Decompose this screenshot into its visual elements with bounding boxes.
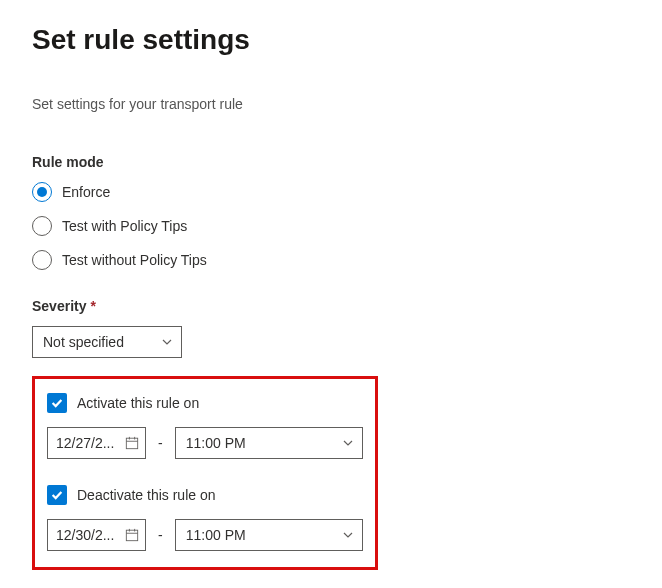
radio-test-without-tips[interactable]: Test without Policy Tips (32, 250, 630, 270)
deactivate-date-input[interactable]: 12/30/2... (47, 519, 146, 551)
chevron-down-icon (161, 336, 173, 348)
activate-time-value: 11:00 PM (186, 435, 246, 451)
checkbox-checked-icon (47, 485, 67, 505)
radio-test-with-tips[interactable]: Test with Policy Tips (32, 216, 630, 236)
chevron-down-icon (342, 437, 354, 449)
activate-checkbox-row[interactable]: Activate this rule on (47, 393, 363, 413)
deactivate-checkbox-row[interactable]: Deactivate this rule on (47, 485, 363, 505)
svg-rect-4 (126, 530, 137, 541)
activate-date-value: 12/27/2... (56, 435, 114, 451)
radio-enforce[interactable]: Enforce (32, 182, 630, 202)
required-marker: * (90, 298, 95, 314)
chevron-down-icon (342, 529, 354, 541)
deactivate-time-value: 11:00 PM (186, 527, 246, 543)
activate-date-input[interactable]: 12/27/2... (47, 427, 146, 459)
deactivate-label: Deactivate this rule on (77, 487, 216, 503)
rule-mode-group: Enforce Test with Policy Tips Test witho… (32, 182, 630, 270)
severity-label: Severity * (32, 298, 630, 314)
checkbox-checked-icon (47, 393, 67, 413)
severity-value: Not specified (43, 334, 124, 350)
calendar-icon (125, 436, 139, 450)
rule-mode-label: Rule mode (32, 154, 630, 170)
range-dash: - (158, 527, 163, 543)
radio-label: Test with Policy Tips (62, 218, 187, 234)
radio-icon (32, 216, 52, 236)
deactivate-date-value: 12/30/2... (56, 527, 114, 543)
deactivate-time-select[interactable]: 11:00 PM (175, 519, 363, 551)
radio-icon (32, 250, 52, 270)
page-description: Set settings for your transport rule (32, 96, 630, 112)
page-title: Set rule settings (32, 24, 630, 56)
svg-rect-0 (126, 438, 137, 449)
activate-label: Activate this rule on (77, 395, 199, 411)
radio-icon (32, 182, 52, 202)
activate-time-select[interactable]: 11:00 PM (175, 427, 363, 459)
calendar-icon (125, 528, 139, 542)
severity-select[interactable]: Not specified (32, 326, 182, 358)
radio-label: Test without Policy Tips (62, 252, 207, 268)
activation-highlight: Activate this rule on 12/27/2... - 11:00… (32, 376, 378, 570)
radio-label: Enforce (62, 184, 110, 200)
range-dash: - (158, 435, 163, 451)
